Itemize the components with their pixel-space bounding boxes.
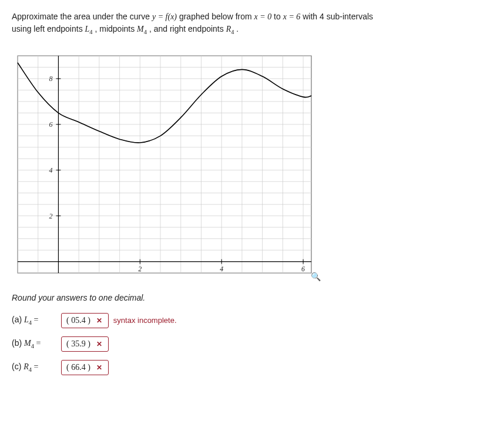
answer-value-b: ( 35.9 ) [66,339,90,349]
svg-text:2: 2 [49,211,52,220]
svg-rect-0 [18,56,311,273]
prompt-text: to [274,12,283,21]
prompt-text: Approximate the area under the curve [12,12,152,21]
question-prompt: Approximate the area under the curve y =… [12,11,465,37]
sym-M4: M4 [137,25,147,33]
answer-label-c: (c) R4 = [12,362,56,373]
prompt-text: , midpoints [95,24,137,33]
answer-label-b: (b) M4 = [12,338,56,349]
rounding-instruction: Round your answers to one decimal. [12,293,465,302]
svg-text:8: 8 [49,74,52,82]
prompt-text: with 4 sub-intervals [303,12,373,21]
svg-text:2: 2 [138,264,142,272]
svg-text:4: 4 [49,166,52,174]
prompt-text: , and right endpoints [149,24,226,33]
answer-input-b[interactable]: ( 35.9 ) ✕ [61,336,109,352]
sym-R4: R4 [226,25,234,33]
function-graph: 2462468 [12,50,317,279]
answer-input-a[interactable]: ( 05.4 ) ✕ [61,313,109,328]
answer-value-c: ( 66.4 ) [66,363,90,372]
svg-text:6: 6 [49,120,52,128]
wrong-icon: ✕ [96,340,102,348]
answer-row-b: (b) M4 = ( 35.9 ) ✕ [12,336,465,352]
prompt-text: . [236,24,238,33]
svg-text:6: 6 [301,264,305,272]
answer-input-c[interactable]: ( 66.4 ) ✕ [61,360,109,375]
wrong-icon: ✕ [96,363,102,372]
prompt-text: graphed below from [179,12,254,21]
eq-y-fx: y = f(x) [152,12,177,21]
prompt-text: using left endpoints [12,24,85,33]
answer-row-a: (a) L4 = ( 05.4 ) ✕ syntax incomplete. [12,313,465,328]
eq-x6: x = 6 [283,12,301,21]
chart-container: 2462468 🔍 [12,50,317,279]
magnify-icon[interactable]: 🔍 [311,272,321,281]
svg-text:4: 4 [220,264,223,272]
eq-x0: x = 0 [254,12,272,21]
answer-row-c: (c) R4 = ( 66.4 ) ✕ [12,360,465,375]
answer-value-a: ( 05.4 ) [66,316,90,325]
answer-label-a: (a) L4 = [12,315,56,326]
wrong-icon: ✕ [96,316,102,325]
sym-L4: L4 [85,25,93,33]
feedback-a: syntax incomplete. [113,316,177,325]
